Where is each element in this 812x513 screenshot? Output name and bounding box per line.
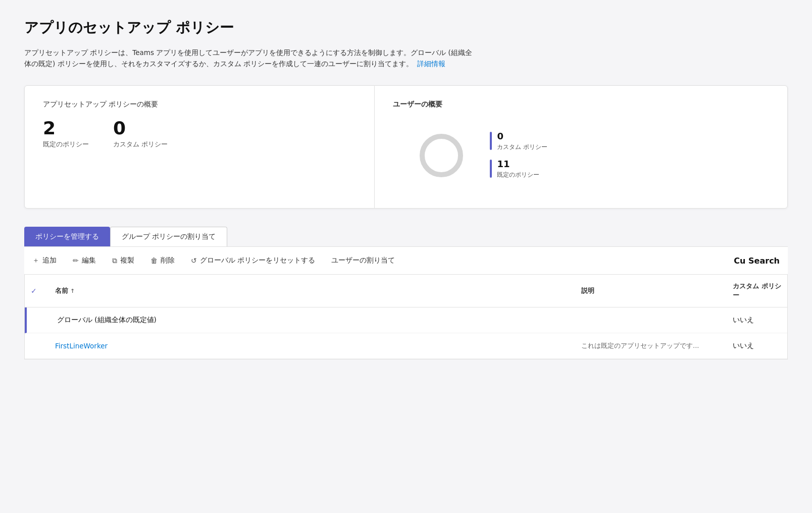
sort-arrow-icon: ↑ bbox=[70, 288, 75, 294]
tab-group[interactable]: グループ ポリシーの割り当て bbox=[110, 227, 227, 246]
table-header: ✓ 名前 ↑ 説明 カスタム ポリシー bbox=[25, 275, 787, 307]
row-custom-flw: いいえ bbox=[727, 333, 787, 358]
legend-default: 11 既定のポリシー bbox=[490, 160, 547, 179]
custom-policy-label: カスタム ポリシー bbox=[113, 140, 168, 149]
legend-bar-custom bbox=[490, 132, 492, 150]
row-check-global bbox=[27, 307, 51, 333]
reset-button[interactable]: ↺ グローバル ポリシーをリセットする bbox=[183, 253, 323, 268]
legend-custom: 0 カスタム ポリシー bbox=[490, 132, 547, 151]
detail-link[interactable]: 詳細情報 bbox=[417, 60, 445, 68]
default-policy-metric: 2 既定のポリシー bbox=[43, 119, 89, 149]
add-icon: ＋ bbox=[32, 256, 39, 265]
copy-icon: ⧉ bbox=[112, 256, 117, 265]
svg-point-0 bbox=[422, 136, 461, 175]
tab-manage[interactable]: ポリシーを管理する bbox=[24, 227, 110, 246]
policy-overview-card: アプリセットアップ ポリシーの概要 2 既定のポリシー 0 カスタム ポリシー bbox=[25, 86, 375, 208]
default-policy-value: 2 bbox=[43, 119, 89, 137]
default-policy-label: 既定のポリシー bbox=[43, 140, 89, 149]
row-name-global: グローバル (組織全体の既定値) bbox=[51, 307, 575, 333]
toolbar: ＋ 追加 ✏ 編集 ⧉ 複製 🗑 削除 ↺ グローバル ポリシーをリセットする … bbox=[24, 246, 788, 275]
col-check: ✓ bbox=[25, 280, 49, 302]
col-custom: カスタム ポリシー bbox=[727, 280, 787, 302]
user-legend: 0 カスタム ポリシー 11 既定のポリシー bbox=[490, 132, 547, 179]
user-default-label: 既定のポリシー bbox=[497, 171, 539, 179]
tabs-row: ポリシーを管理する グループ ポリシーの割り当て bbox=[24, 227, 788, 246]
user-custom-label: カスタム ポリシー bbox=[497, 143, 547, 151]
assign-button[interactable]: ユーザーの割り当て bbox=[323, 253, 403, 268]
row-desc-flw: これは既定のアプリセットアップです... bbox=[575, 333, 727, 358]
policy-overview-title: アプリセットアップ ポリシーの概要 bbox=[43, 100, 356, 109]
row-check-flw bbox=[25, 333, 49, 358]
row-name-flw[interactable]: FirstLineWorker bbox=[49, 333, 575, 358]
row-custom-global: いいえ bbox=[727, 307, 787, 333]
table-row: グローバル (組織全体の既定値) いいえ bbox=[25, 307, 787, 333]
table-row: FirstLineWorker これは既定のアプリセットアップです... いいえ bbox=[25, 333, 787, 359]
donut-chart bbox=[417, 131, 466, 180]
row-desc-global bbox=[575, 307, 727, 333]
user-custom-value: 0 bbox=[497, 132, 547, 141]
user-overview-title: ユーザーの概要 bbox=[393, 100, 769, 109]
edit-icon: ✏ bbox=[73, 256, 79, 265]
page-description: アプリセットアップ ポリシーは、Teams アプリを使用してユーザーがアプリを使… bbox=[24, 47, 479, 69]
legend-bar-default bbox=[490, 160, 492, 178]
trash-icon: 🗑 bbox=[150, 256, 158, 265]
edit-button[interactable]: ✏ 編集 bbox=[65, 253, 104, 268]
copy-button[interactable]: ⧉ 複製 bbox=[104, 253, 142, 268]
user-overview-card: ユーザーの概要 0 カスタム ポリシー bbox=[375, 86, 787, 208]
policy-table: ✓ 名前 ↑ 説明 カスタム ポリシー グローバル (組織全体の既定値) いいえ… bbox=[24, 275, 788, 360]
check-all-icon: ✓ bbox=[31, 287, 37, 295]
delete-button[interactable]: 🗑 削除 bbox=[142, 253, 183, 268]
col-description: 説明 bbox=[575, 280, 727, 302]
policy-metrics: 2 既定のポリシー 0 カスタム ポリシー bbox=[43, 119, 356, 149]
summary-cards: アプリセットアップ ポリシーの概要 2 既定のポリシー 0 カスタム ポリシー … bbox=[24, 85, 788, 209]
col-name[interactable]: 名前 ↑ bbox=[49, 280, 575, 302]
reset-icon: ↺ bbox=[191, 256, 197, 265]
user-default-value: 11 bbox=[497, 160, 539, 169]
add-button[interactable]: ＋ 追加 bbox=[24, 253, 65, 268]
search-label[interactable]: Cu Search bbox=[734, 256, 788, 266]
custom-policy-value: 0 bbox=[113, 119, 168, 137]
page-title: アプリのセットアップ ポリシー bbox=[24, 18, 788, 37]
custom-policy-metric: 0 カスタム ポリシー bbox=[113, 119, 168, 149]
